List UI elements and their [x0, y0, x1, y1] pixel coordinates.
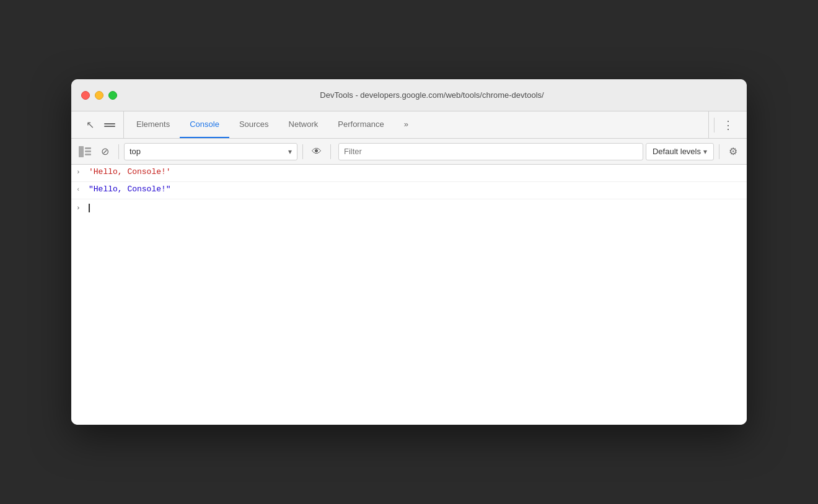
more-options-button[interactable]: ⋮	[719, 116, 737, 134]
tab-performance[interactable]: Performance	[328, 111, 394, 138]
toolbar-divider-1	[118, 144, 119, 159]
toolbar-divider-3	[330, 144, 331, 159]
console-output: › 'Hello, Console!' ‹ "Hello, Console!" …	[71, 165, 747, 425]
levels-label: Default levels	[653, 147, 701, 156]
cursor-tool-button[interactable]: ↖	[81, 116, 99, 134]
result-arrow: ‹	[76, 185, 85, 193]
settings-button[interactable]: ⚙	[724, 143, 742, 160]
console-line-log[interactable]: › 'Hello, Console!'	[71, 165, 747, 182]
prompt-icon: ›	[76, 204, 85, 212]
window-title: DevTools - developers.google.com/web/too…	[127, 90, 737, 100]
device-toolbar-button[interactable]	[101, 116, 118, 134]
levels-dropdown-button[interactable]: Default levels ▾	[646, 143, 714, 160]
sidebar-icon	[79, 146, 91, 157]
traffic-lights	[81, 91, 117, 100]
tab-network[interactable]: Network	[279, 111, 328, 138]
maximize-button[interactable]	[108, 91, 117, 100]
sidebar-toggle-button[interactable]	[76, 143, 94, 160]
console-log-text: 'Hello, Console!'	[89, 167, 171, 176]
clear-console-button[interactable]: ⊘	[96, 143, 113, 160]
expand-arrow-1[interactable]: ›	[76, 167, 85, 176]
toolbar-divider-4	[719, 144, 719, 159]
chevron-down-icon: ▾	[288, 147, 292, 156]
toolbar-divider-2	[302, 144, 303, 159]
cursor-icon: ↖	[86, 119, 94, 131]
ban-icon: ⊘	[101, 146, 109, 157]
console-line-result[interactable]: ‹ "Hello, Console!"	[71, 182, 747, 199]
levels-chevron-icon: ▾	[703, 147, 707, 156]
filter-input[interactable]	[338, 143, 643, 160]
devtools-window: DevTools - developers.google.com/web/too…	[71, 79, 747, 425]
eye-icon: 👁	[312, 146, 322, 157]
tab-bar-right: ⋮	[708, 111, 742, 138]
console-input-line[interactable]: ›	[71, 199, 747, 217]
context-value: top	[130, 147, 284, 156]
context-selector[interactable]: top ▾	[124, 143, 297, 160]
tab-elements[interactable]: Elements	[126, 111, 180, 138]
eye-button[interactable]: 👁	[308, 143, 325, 160]
more-vertical-icon: ⋮	[723, 118, 734, 132]
device-icon	[104, 123, 115, 127]
close-button[interactable]	[81, 91, 90, 100]
console-cursor	[89, 204, 90, 212]
tab-bar-tools: ↖	[76, 111, 124, 138]
console-toolbar: ⊘ top ▾ 👁 Default levels ▾ ⚙	[71, 139, 747, 165]
tab-sources[interactable]: Sources	[229, 111, 279, 138]
title-bar: DevTools - developers.google.com/web/too…	[71, 79, 747, 111]
tab-console[interactable]: Console	[180, 111, 229, 138]
tab-bar: ↖ Elements Console Sources Network	[71, 111, 747, 139]
tabs-container: Elements Console Sources Network Perform…	[126, 111, 708, 138]
tab-more[interactable]: »	[394, 111, 418, 138]
console-result-text: "Hello, Console!"	[89, 185, 171, 194]
gear-icon: ⚙	[729, 146, 737, 157]
tab-bar-divider	[714, 118, 715, 133]
minimize-button[interactable]	[95, 91, 103, 100]
